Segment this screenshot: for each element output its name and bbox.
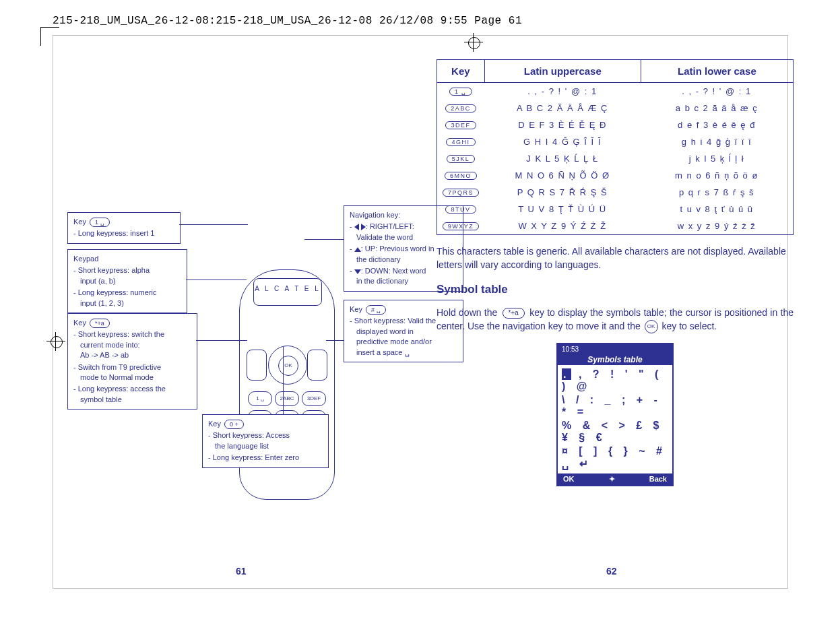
callout-line: input (1, 2, 3) xyxy=(73,298,181,308)
table-upper-cell: . , - ? ! ' @ : 1 xyxy=(484,83,641,100)
crop-mark xyxy=(40,27,41,46)
table-upper-cell: G H I 4 Ğ Ģ Î Ĭ Ī xyxy=(484,133,641,150)
table-row: 9WXYZW X Y Z 9 Ý Ź Ż Žw x y z 9 ý ź ż ž xyxy=(437,218,793,234)
symbols-table-screenshot: 10:53 Symbols table . , ? ! ' " ( ) @ \ … xyxy=(556,343,674,486)
key-badge-icon: 5JKL xyxy=(447,155,476,163)
table-row: 2ABCA B C 2 Ã Ä Å Æ Ça b c 2 ã ä å æ ç xyxy=(437,100,793,117)
callout-line: the language list xyxy=(208,441,323,451)
table-row: 7PQRSP Q R S 7 Ř Ŕ Ş Šp q r s 7 ß ŕ ş š xyxy=(437,184,793,201)
callout-line: - Long keypress: insert 1 xyxy=(73,228,174,238)
softkey-ok-label: OK xyxy=(563,475,575,484)
table-upper-cell: T U V 8 Ţ Ť Ù Ú Ü xyxy=(484,201,641,218)
key-badge-icon: 1 ␣ xyxy=(449,88,472,96)
callout-line: - Short keypress: switch the xyxy=(73,329,191,339)
callout-line: current mode into: xyxy=(73,340,191,350)
table-key-cell: 1 ␣ xyxy=(437,83,484,100)
symbols-row: % & < > £ $ ¥ § € xyxy=(562,419,668,445)
callout-keypad: Keypad - Short keypress: alpha input (a,… xyxy=(67,249,187,313)
table-lower-cell: g h i 4 ğ ģ î ï ī xyxy=(641,133,793,150)
table-key-cell: 6MNO xyxy=(437,167,484,184)
callout-line: symbol table xyxy=(73,395,191,405)
symbols-row: . , ? ! ' " ( ) @ xyxy=(562,368,668,393)
leader-line xyxy=(196,340,247,341)
leader-line xyxy=(186,280,247,280)
table-row: 8TUVT U V 8 Ţ Ť Ù Ú Üt u v 8 ţ ť ù ú ü xyxy=(437,201,793,218)
note-text: This characters table is generic. All av… xyxy=(437,244,794,272)
cursor-highlight-icon: . xyxy=(562,368,571,380)
key-badge-icon: 7PQRS xyxy=(443,189,479,197)
symbols-row: ¤ [ ] { } ~ # ␣ ↵ xyxy=(562,445,668,471)
table-upper-cell: A B C 2 Ã Ä Å Æ Ç xyxy=(484,100,641,117)
table-lower-cell: j k l 5 ķ ĺ ļ ł xyxy=(641,150,793,167)
callout-line: mode to Normal mode xyxy=(73,372,191,383)
ok-key-icon: OK xyxy=(278,356,298,376)
status-time: 10:53 xyxy=(562,346,579,353)
table-upper-cell: P Q R S 7 Ř Ŕ Ş Š xyxy=(484,184,641,201)
softkey-back-label: Back xyxy=(649,475,667,484)
crop-mark xyxy=(40,27,59,28)
key-badge-icon: 6MNO xyxy=(445,172,477,180)
table-lower-cell: w x y z 9 ý ź ż ž xyxy=(641,218,793,234)
triangle-down-icon xyxy=(354,269,361,274)
table-header-upper: Latin uppercase xyxy=(485,60,641,82)
triangle-up-icon xyxy=(354,247,361,252)
ok-badge-icon: OK xyxy=(645,320,658,333)
key-badge-icon: 1 ␣ xyxy=(90,218,110,228)
triangle-left-icon xyxy=(354,224,359,230)
nav-diamond-icon: ✦ xyxy=(609,475,615,484)
table-lower-cell: a b c 2 ã ä å æ ç xyxy=(641,100,793,117)
registration-mark-icon xyxy=(464,33,483,52)
key-1-icon: 1 ␣ xyxy=(248,391,272,406)
callout-line: - Long keypress: access the xyxy=(73,384,191,394)
leader-line xyxy=(326,340,344,341)
table-lower-cell: m n o 6 ñ ņ õ ö ø xyxy=(641,167,793,184)
callout-key-1: Key 1 ␣ - Long keypress: insert 1 xyxy=(67,212,181,244)
callout-line: - Long keypress: Enter zero xyxy=(208,453,323,463)
character-table: Key Latin uppercase Latin lower case 1 ␣… xyxy=(437,59,794,235)
symbols-row: \ / : _ ; + - * = xyxy=(562,393,668,419)
table-row: 6MNOM N O 6 Ñ Ņ Õ Ö Øm n o 6 ñ ņ õ ö ø xyxy=(437,167,793,184)
page-number-left: 61 xyxy=(236,566,247,577)
table-header-key: Key xyxy=(437,60,485,82)
callout-title: Key xyxy=(350,305,362,313)
key-badge-icon: *+a xyxy=(503,308,525,319)
callout-key-star: Key *+a - Short keypress: switch the cur… xyxy=(67,313,197,410)
table-key-cell: 7PQRS xyxy=(437,184,484,201)
right-page: Key Latin uppercase Latin lower case 1 ␣… xyxy=(437,59,794,486)
table-row: 4GHIG H I 4 Ğ Ģ Î Ĭ Īg h i 4 ğ ģ î ï ī xyxy=(437,133,793,150)
table-lower-cell: d e f 3 è é ě ę đ xyxy=(641,117,793,133)
key-badge-icon: 9WXYZ xyxy=(443,222,480,230)
callout-title: Key xyxy=(73,319,86,327)
section-heading: Symbol table xyxy=(437,283,794,296)
callout-line: - Short keypress: alpha xyxy=(73,265,181,275)
table-upper-cell: M N O 6 Ñ Ņ Õ Ö Ø xyxy=(484,167,641,184)
phone-brand-label: A L C A T E L xyxy=(253,278,322,306)
table-row: 1 ␣. , - ? ! ' @ : 1. , - ? ! ' @ : 1 xyxy=(437,83,793,100)
callout-title: Key xyxy=(208,420,221,428)
key-badge-icon: 3DEF xyxy=(445,121,476,129)
callout-line: - Short keypress: Access xyxy=(208,430,323,440)
table-key-cell: 4GHI xyxy=(437,133,484,150)
key-3-icon: 3DEF xyxy=(302,391,326,406)
callout-line: input (a, b) xyxy=(73,276,181,286)
table-upper-cell: J K L 5 Ķ Ĺ Ļ Ł xyxy=(484,150,641,167)
softkey-right-icon xyxy=(307,350,327,381)
key-badge-icon: *+a xyxy=(90,319,110,329)
symbol-instructions: Hold down the *+a key to display the sym… xyxy=(437,306,794,334)
callout-title: Keypad xyxy=(73,255,98,263)
page-number-right: 62 xyxy=(606,566,617,577)
screenshot-title: Symbols table xyxy=(558,354,672,365)
registration-mark-icon xyxy=(46,332,65,351)
callout-key-zero: Key 0 + - Short keypress: Access the lan… xyxy=(202,414,329,468)
key-2-icon: 2ABC xyxy=(275,391,299,406)
table-upper-cell: W X Y Z 9 Ý Ź Ż Ž xyxy=(484,218,641,234)
table-upper-cell: D E F 3 È É Ě Ę Đ xyxy=(484,117,641,133)
key-badge-icon: 8TUV xyxy=(445,205,476,214)
table-key-cell: 5JKL xyxy=(437,150,484,167)
leader-line xyxy=(304,239,344,240)
key-badge-icon: 2ABC xyxy=(445,104,476,112)
key-badge-icon: # ␣ xyxy=(366,305,386,315)
manual-spread: { "header": "215-218_UM_USA_26-12-08:215… xyxy=(0,0,840,621)
table-row: 5JKLJ K L 5 Ķ Ĺ Ļ Łj k l 5 ķ ĺ ļ ł xyxy=(437,150,793,167)
table-key-cell: 3DEF xyxy=(437,117,484,133)
